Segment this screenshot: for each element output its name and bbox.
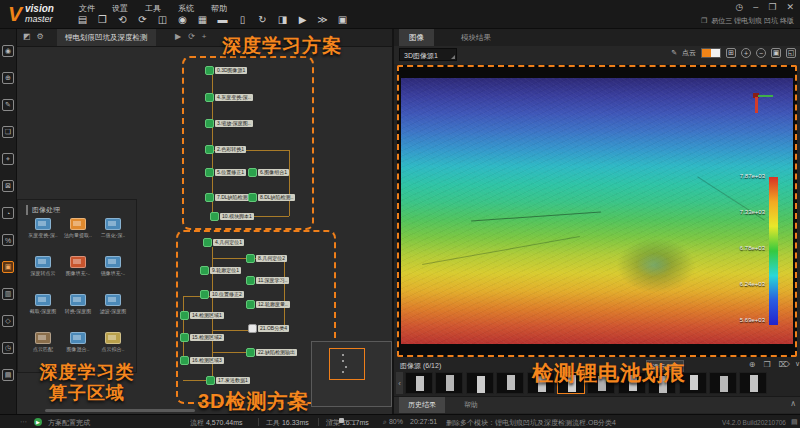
about-button[interactable]: ◷: [736, 2, 744, 12]
flow-node[interactable]: 12.轮廓度量..: [246, 300, 290, 309]
fit-view-icon[interactable]: ⊞: [726, 48, 736, 58]
image-source-select[interactable]: 3D图像源1: [399, 48, 457, 61]
zoom-out-icon[interactable]: −: [756, 48, 766, 58]
loop-flow-button[interactable]: ⟳: [188, 32, 195, 41]
flow-tab[interactable]: 锂电划痕凹坑及深度检测: [57, 29, 156, 46]
close-button[interactable]: ✕: [786, 2, 794, 12]
flow-minimap[interactable]: [311, 341, 392, 407]
zoom-slider-handle[interactable]: [339, 418, 344, 423]
flow-node[interactable]: 4.几何定位1: [203, 238, 244, 247]
settings-icon[interactable]: ⚙: [37, 32, 44, 41]
operator-11[interactable]: 图像混合..: [61, 332, 95, 352]
tab-帮助[interactable]: 帮助: [455, 397, 487, 413]
draw-icon[interactable]: ✎: [671, 49, 677, 57]
region-tool-icon[interactable]: ⊠: [2, 180, 14, 192]
flow-node[interactable]: 2.色彩转换1: [205, 145, 246, 154]
io-icon[interactable]: ◨: [276, 13, 289, 26]
operator-10[interactable]: 点云匹配: [26, 332, 60, 352]
flow-node[interactable]: 9.轮廓定位1: [200, 266, 241, 275]
flow-node[interactable]: 22.缺陷检测输出: [246, 348, 297, 357]
color-tool-icon[interactable]: ◔: [2, 207, 14, 219]
operator-3[interactable]: 二值化-深..: [96, 218, 130, 238]
measure-tool-icon[interactable]: ◇: [2, 315, 14, 327]
ratio-tool-icon[interactable]: %: [2, 234, 14, 246]
redo-icon[interactable]: ⟳: [136, 13, 149, 26]
status-more-icon[interactable]: ⋯: [20, 418, 27, 426]
flow-node[interactable]: 7.DL缺陷检测..: [205, 193, 252, 202]
edit-tool-icon[interactable]: ✎: [2, 99, 14, 111]
flow-node[interactable]: 11.深度学习..: [246, 276, 289, 285]
thumbnail-2[interactable]: [435, 372, 463, 394]
flow-node[interactable]: 14.检测区域1: [180, 311, 224, 320]
operator-5[interactable]: 图像填充-..: [61, 256, 95, 276]
layers-tool-icon[interactable]: ❏: [2, 126, 14, 138]
operator-9[interactable]: 滤波-深度图: [96, 294, 130, 314]
operator-1[interactable]: 灰度变换-深..: [26, 218, 60, 238]
thumb-scroll-left[interactable]: ‹: [396, 372, 403, 394]
thumb-collapse-icon[interactable]: ∨: [795, 360, 800, 368]
thumbnail-11[interactable]: [709, 372, 737, 394]
camera-icon[interactable]: ◉: [176, 13, 189, 26]
operator-7[interactable]: 截取-深度图: [26, 294, 60, 314]
undo-icon[interactable]: ⟲: [116, 13, 129, 26]
flow-node[interactable]: 6.图像组合1: [248, 168, 289, 177]
folder-icon[interactable]: ❒: [764, 360, 771, 369]
operator-8[interactable]: 转换-深度图: [61, 294, 95, 314]
operator-12[interactable]: 点云拟合..: [96, 332, 130, 352]
thumbnail-3[interactable]: [466, 372, 494, 394]
thumbnail-1[interactable]: [405, 372, 433, 394]
pointcloud-toggle[interactable]: [701, 48, 721, 58]
one-to-one-icon[interactable]: ▣: [771, 48, 781, 58]
run-flow-button[interactable]: ▶: [175, 32, 181, 41]
save-icon[interactable]: ▤: [76, 13, 89, 26]
doc-icon[interactable]: ▤: [791, 418, 798, 426]
flow-node[interactable]: 8.DL缺陷检测..: [248, 193, 295, 202]
card-icon[interactable]: ▯: [236, 13, 249, 26]
operator-6[interactable]: 镜像填充-..: [96, 256, 130, 276]
add-icon[interactable]: ⊕: [749, 360, 756, 369]
refresh-icon[interactable]: ↻: [256, 13, 269, 26]
flow-node[interactable]: 8.几何定位2: [246, 254, 287, 263]
run-continuous-icon[interactable]: ≫: [316, 13, 329, 26]
operator-4[interactable]: 深度转点云: [26, 256, 60, 276]
capture-tool-icon[interactable]: ⌖: [2, 153, 14, 165]
open-icon[interactable]: ❒: [96, 13, 109, 26]
restore-button[interactable]: ❐: [768, 2, 776, 12]
calibration-icon[interactable]: ▦: [196, 13, 209, 26]
add-flow-button[interactable]: +: [202, 32, 207, 41]
flow-node[interactable]: 21.OB分类4: [248, 324, 289, 333]
run-once-icon[interactable]: ▶: [296, 13, 309, 26]
flow-node[interactable]: 10.位置修正2: [200, 290, 244, 299]
timer-tool-icon[interactable]: ◷: [2, 342, 14, 354]
locate-tool-icon[interactable]: ⊕: [2, 72, 14, 84]
tab-图像[interactable]: 图像: [399, 29, 434, 46]
project-name[interactable]: ❒ 易位三 锂电划痕 凹坑 终版: [701, 16, 794, 26]
flow-node[interactable]: 4.灰度变换-深..: [205, 93, 253, 102]
flow-node[interactable]: 15.检测区域2: [180, 333, 224, 342]
stop-icon[interactable]: ▣: [336, 13, 349, 26]
tab-历史结果[interactable]: 历史结果: [399, 397, 445, 413]
module-tool-icon[interactable]: ▣: [2, 261, 14, 273]
image-viewport[interactable]: 7.87e+037.33e+036.78e+036.24e+035.69e+03: [397, 65, 797, 357]
flow-hscrollbar[interactable]: [45, 409, 195, 412]
flow-node[interactable]: 0.3D图像源1: [205, 66, 247, 75]
flow-node[interactable]: 5.位置修正1: [205, 168, 246, 177]
panel-collapse-icon[interactable]: ∧: [790, 399, 796, 408]
histogram-tool-icon[interactable]: ▥: [2, 288, 14, 300]
fullscreen-icon[interactable]: ◱: [786, 48, 796, 58]
tab-模块结果[interactable]: 模块结果: [451, 29, 501, 46]
thumbnail-4[interactable]: [496, 372, 524, 394]
camera-tool-icon[interactable]: ◉: [2, 45, 14, 57]
report-tool-icon[interactable]: ▤: [2, 369, 14, 381]
flow-node[interactable]: 3.缩放-深度图..: [205, 119, 253, 128]
minimize-button[interactable]: –: [753, 2, 758, 12]
layout-icon[interactable]: ◫: [156, 13, 169, 26]
trash-icon[interactable]: ⌦: [779, 360, 790, 369]
flow-node[interactable]: 17.发送数据1: [206, 376, 250, 385]
operator-2[interactable]: 法向量提取..: [61, 218, 95, 238]
zoom-in-icon[interactable]: +: [741, 48, 751, 58]
flow-node[interactable]: 10.模块脚本1: [210, 212, 254, 221]
memory-icon[interactable]: ▬: [216, 13, 229, 26]
user-icon[interactable]: ◩: [23, 32, 31, 41]
minimap-viewport[interactable]: [329, 348, 365, 380]
